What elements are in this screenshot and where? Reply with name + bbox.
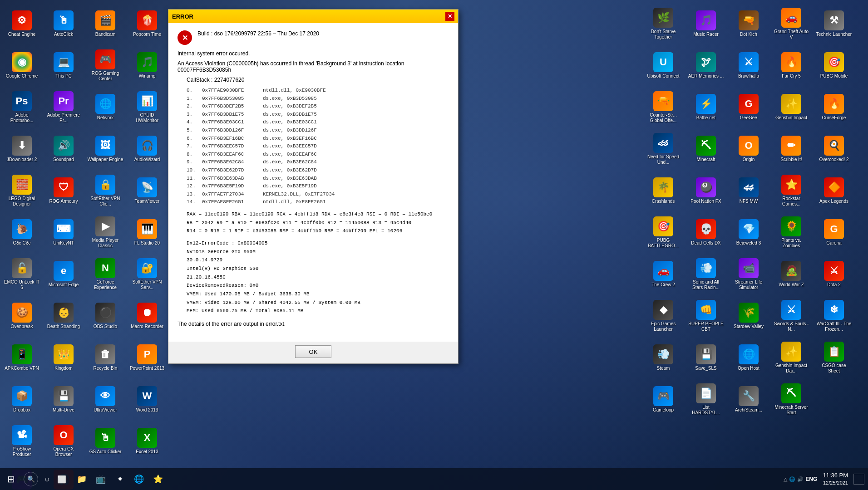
desktop-icon-open-host[interactable]: 🌐 Open Host <box>728 338 769 377</box>
desktop-icon-death-stranding[interactable]: 👶 Death Stranding <box>44 296 84 336</box>
desktop-icon-nfs-mw[interactable]: 🏎 NFS MW <box>728 171 769 211</box>
taskbar-app-3[interactable]: 🌐 <box>130 470 148 488</box>
desktop-icon-plants-vs-zombies[interactable]: 🌻 Plants vs. Zombies <box>771 212 812 252</box>
desktop-icon-pubg-mobile[interactable]: 🎯 PUBG Mobile <box>814 45 854 85</box>
desktop-icon-bejeweled[interactable]: 💎 Bejeweled 3 <box>728 212 769 252</box>
taskview-button[interactable]: ⬜ <box>54 472 69 486</box>
desktop-icon-bandicam[interactable]: 🎬 Bandicam <box>85 4 125 44</box>
desktop-icon-dead-cells[interactable]: 💀 Dead Cells DX <box>686 212 726 252</box>
desktop-icon-minecraft[interactable]: ⛏ Minecraft <box>686 129 726 169</box>
desktop-icon-counter-strike[interactable]: 🔫 Counter-Str... Global Offe... <box>643 87 684 127</box>
volume-icon[interactable]: 🔊 <box>797 476 804 482</box>
desktop-icon-list-hardstyl[interactable]: 📄 List HARDSTYL... <box>686 379 726 419</box>
desktop-icon-powerpoint[interactable]: P PowerPoint 2013 <box>127 338 167 377</box>
desktop-icon-kingdom[interactable]: 👑 Kingdom <box>44 338 84 377</box>
desktop-icon-world-war-z[interactable]: 🧟 World War Z <box>771 254 812 294</box>
desktop-icon-dot-kich[interactable]: 🔫 Dot Kich <box>728 4 769 44</box>
desktop-icon-overcooked[interactable]: 🍳 Overcooked! 2 <box>814 129 854 169</box>
desktop-icon-scribble-it[interactable]: ✏ Scribble It! <box>771 129 812 169</box>
desktop-icon-music-racer[interactable]: 🎵 Music Racer <box>686 4 726 44</box>
desktop-icon-gta5[interactable]: 🚗 Grand Theft Auto V <box>771 4 812 44</box>
desktop-icon-swords-souls[interactable]: ⚔ Swords & Souls - N... <box>771 296 812 336</box>
desktop-icon-gameloop[interactable]: 🎮 Gameloop <box>643 379 684 419</box>
desktop-icon-the-crew-2[interactable]: 🚗 The Crew 2 <box>643 254 684 294</box>
cortana-button[interactable]: ○ <box>40 472 54 486</box>
desktop-icon-pubg-battlegrounds[interactable]: 🎯 PUBG BATTLEGRO... <box>643 212 684 252</box>
desktop-icon-obs-studio[interactable]: ⚫ OBS Studio <box>85 296 125 336</box>
desktop-icon-emco-unlock[interactable]: 🔓 EMCO UnLock IT 6 <box>2 254 42 294</box>
language-indicator[interactable]: ENG <box>805 476 817 482</box>
desktop-icon-softether-vpn[interactable]: 🔒 SoftEther VPN Clie... <box>85 171 125 211</box>
desktop-icon-ultraviewer[interactable]: 👁 UltraViewer <box>85 379 125 419</box>
desktop-icon-epic-games[interactable]: ◆ Epic Games Launcher <box>643 296 684 336</box>
desktop-icon-adobe-premiere[interactable]: Pr Adobe Premiere Pr... <box>44 87 84 127</box>
taskbar-app-1[interactable]: 📺 <box>92 470 110 488</box>
desktop-icon-geforce-exp[interactable]: N GeForce Experience <box>85 254 125 294</box>
desktop-icon-lego-digital[interactable]: 🧱 LEGO Digital Designer <box>2 171 42 211</box>
desktop-icon-pool-nation[interactable]: 🎱 Pool Nation FX <box>686 171 726 211</box>
taskbar-app-2[interactable]: ✦ <box>111 470 129 488</box>
desktop-icon-archisteam[interactable]: 🔧 ArchiSteam... <box>728 379 769 419</box>
desktop-icon-need-for-speed[interactable]: 🏎 Need for Speed Und... <box>643 129 684 169</box>
desktop-icon-gs-auto[interactable]: 🖱 GS Auto Clicker <box>85 421 125 461</box>
desktop-icon-apkcombo-vpn[interactable]: 📱 APKCombo VPN <box>2 338 42 377</box>
desktop-icon-macro-recorder[interactable]: ⏺ Macro Recorder <box>127 296 167 336</box>
desktop-icon-genshin-dai[interactable]: ✨ Genshin Impact Dai... <box>771 338 812 377</box>
desktop-icon-google-chrome[interactable]: ◉ Google Chrome <box>2 45 42 85</box>
dialog-close-button[interactable]: ✕ <box>445 12 454 21</box>
desktop-icon-rockstar[interactable]: ⭐ Rockstar Games... <box>771 171 812 211</box>
desktop-icon-adobe-photo[interactable]: Ps Adobe Photosho... <box>2 87 42 127</box>
desktop-icon-super-people[interactable]: 👊 SUPER PEOPLE CBT <box>686 296 726 336</box>
desktop-icon-popcorn-time[interactable]: 🍿 Popcorn Time <box>127 4 167 44</box>
taskbar-app-4[interactable]: ⭐ <box>149 470 167 488</box>
ok-button[interactable]: OK <box>295 345 331 358</box>
desktop-icon-geegee[interactable]: G GeeGee <box>728 87 769 127</box>
desktop-icon-word-2013[interactable]: W Word 2013 <box>127 379 167 419</box>
desktop-icon-cpuid[interactable]: 📊 CPUID HWMonitor <box>127 87 167 127</box>
desktop-icon-aer-memories[interactable]: 🕊 AER Memories ... <box>686 45 726 85</box>
desktop-icon-origin[interactable]: O Origin <box>728 129 769 169</box>
desktop-icon-opera-gx[interactable]: O Opera GX Browser <box>44 421 84 461</box>
desktop-icon-recycle-bin[interactable]: 🗑 Recycle Bin <box>85 338 125 377</box>
desktop-icon-teamviewer[interactable]: 📡 TeamViewer <box>127 171 167 211</box>
desktop-icon-garena[interactable]: G Garena <box>814 212 854 252</box>
desktop-icon-dont-starve[interactable]: 🌿 Don't Starve Together <box>643 4 684 44</box>
desktop-icon-curseforge[interactable]: 🔥 CurseForge <box>814 87 854 127</box>
desktop-icon-rog-gaming[interactable]: 🎮 ROG Gaming Center <box>85 45 125 85</box>
taskbar-file-explorer[interactable]: 📁 <box>73 470 91 488</box>
search-button[interactable]: 🔍 <box>24 472 38 486</box>
desktop-icon-sonic[interactable]: 💨 Sonic and All Stars Racin... <box>686 254 726 294</box>
desktop-icon-minecraft-server[interactable]: ⛏ Minecraft Server Start <box>771 379 812 419</box>
desktop-icon-cheat-engine[interactable]: ⚙ Cheat Engine <box>2 4 42 44</box>
notification-icon[interactable]: △ <box>784 476 787 482</box>
desktop-icon-save-sls[interactable]: 💾 Save_SLS <box>686 338 726 377</box>
desktop-icon-ovenbreak[interactable]: 🍪 Ovenbreak <box>2 296 42 336</box>
desktop-icon-microsoft-edge[interactable]: e Microsoft Edge <box>44 254 84 294</box>
desktop-icon-genshin[interactable]: ✨ Genshin Impact <box>771 87 812 127</box>
desktop-icon-wallpaper-engine[interactable]: 🖼 Wallpaper Engine <box>85 129 125 169</box>
desktop-icon-soundpad[interactable]: 🔊 Soundpad <box>44 129 84 169</box>
desktop-icon-unikeyn[interactable]: ⌨ UniKeyNT <box>44 212 84 252</box>
desktop-icon-brawlhalla[interactable]: ⚔ Brawlhalla <box>728 45 769 85</box>
desktop-icon-dropbox[interactable]: 📦 Dropbox <box>2 379 42 419</box>
desktop-icon-fl-studio[interactable]: 🎹 FL Studio 20 <box>127 212 167 252</box>
start-button[interactable]: ⊞ <box>0 468 22 490</box>
desktop-icon-softether-srv[interactable]: 🔐 SoftEther VPN Serv... <box>127 254 167 294</box>
desktop-icon-csgo-case[interactable]: 📋 CSGO case Sheet <box>814 338 854 377</box>
desktop-icon-this-pc[interactable]: 💻 This PC <box>44 45 84 85</box>
desktop-icon-stardew-valley[interactable]: 🌾 Stardew Valley <box>728 296 769 336</box>
desktop-icon-proshow[interactable]: 📽 ProShow Producer <box>2 421 42 461</box>
desktop-icon-crashlands[interactable]: 🌴 Crashlands <box>643 171 684 211</box>
desktop-icon-autoclick[interactable]: 🖱 AutoClick <box>44 4 84 44</box>
desktop-icon-audiowizard[interactable]: 🎧 AudioWizard <box>127 129 167 169</box>
desktop-icon-network[interactable]: 🌐 Network <box>85 87 125 127</box>
desktop-icon-far-cry-5[interactable]: 🔥 Far Cry 5 <box>771 45 812 85</box>
desktop-icon-media-player[interactable]: ▶ Media Player Classic <box>85 212 125 252</box>
desktop-icon-warcraft-iii[interactable]: ❄ WarCraft III - The Frozen... <box>814 296 854 336</box>
desktop-icon-excel-2013[interactable]: X Excel 2013 <box>127 421 167 461</box>
desktop-icon-apex-legends[interactable]: 🔶 Apex Legends <box>814 171 854 211</box>
show-desktop-button[interactable] <box>853 474 864 485</box>
desktop-icon-ubisoft[interactable]: U Ubisoft Connect <box>643 45 684 85</box>
network-icon[interactable]: 🌐 <box>789 476 795 482</box>
desktop-icon-coc-coc[interactable]: 🐌 Cốc Cốc <box>2 212 42 252</box>
